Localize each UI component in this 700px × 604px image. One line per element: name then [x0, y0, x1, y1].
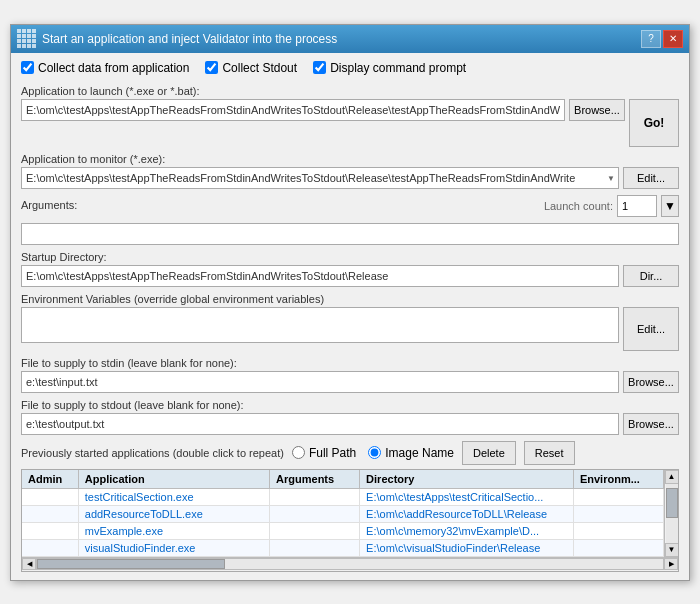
launch-input[interactable] [21, 99, 565, 121]
previously-label: Previously started applications (double … [21, 447, 284, 459]
table-row[interactable]: testCriticalSection.exe E:\om\c\testApps… [22, 488, 664, 505]
stdin-section: File to supply to stdin (leave blank for… [21, 357, 679, 393]
help-button[interactable]: ? [641, 30, 661, 48]
cell-admin [22, 522, 78, 539]
scroll-thumb[interactable] [666, 488, 678, 518]
cell-application: testCriticalSection.exe [78, 488, 269, 505]
arguments-input-container [21, 223, 679, 245]
table-scroll-area[interactable]: Admin Application Arguments Directory En… [22, 470, 664, 557]
arguments-right: Launch count: ▼ [544, 195, 679, 217]
cell-arguments [270, 488, 360, 505]
cell-application: visualStudioFinder.exe [78, 539, 269, 556]
reset-button[interactable]: Reset [524, 441, 575, 465]
table-header-row: Admin Application Arguments Directory En… [22, 470, 664, 489]
cell-admin [22, 539, 78, 556]
cell-application: addResourceToDLL.exe [78, 505, 269, 522]
startup-input[interactable] [21, 265, 619, 287]
display-command-input[interactable] [313, 61, 326, 74]
cell-admin [22, 488, 78, 505]
h-scroll-thumb[interactable] [37, 559, 225, 569]
arguments-row: Arguments: Launch count: ▼ [21, 195, 679, 217]
full-path-label: Full Path [309, 446, 356, 460]
collect-data-checkbox[interactable]: Collect data from application [21, 61, 189, 75]
image-name-label: Image Name [385, 446, 454, 460]
image-name-radio[interactable]: Image Name [368, 446, 454, 460]
applications-table: Admin Application Arguments Directory En… [22, 470, 664, 557]
cell-directory: E:\om\c\memory32\mvExample\D... [360, 522, 574, 539]
title-buttons: ? ✕ [641, 30, 683, 48]
previously-row: Previously started applications (double … [21, 441, 679, 465]
scroll-right-button[interactable]: ▶ [664, 558, 678, 570]
monitor-label: Application to monitor (*.exe): [21, 153, 679, 165]
env-edit-button[interactable]: Edit... [623, 307, 679, 351]
display-command-checkbox[interactable]: Display command prompt [313, 61, 466, 75]
table-row[interactable]: mvExample.exe E:\om\c\memory32\mvExample… [22, 522, 664, 539]
close-button[interactable]: ✕ [663, 30, 683, 48]
startup-section: Startup Directory: Dir... [21, 251, 679, 287]
main-window: Start an application and inject Validato… [10, 24, 690, 581]
full-path-radio[interactable]: Full Path [292, 446, 356, 460]
collect-stdout-input[interactable] [205, 61, 218, 74]
full-path-radio-input[interactable] [292, 446, 305, 459]
path-radio-group: Full Path Image Name [292, 446, 454, 460]
scroll-down-button[interactable]: ▼ [665, 543, 679, 557]
collect-data-input[interactable] [21, 61, 34, 74]
collect-data-label: Collect data from application [38, 61, 189, 75]
cell-directory: E:\om\c\visualStudioFinder\Release [360, 539, 574, 556]
monitor-edit-button[interactable]: Edit... [623, 167, 679, 189]
h-scroll-track[interactable] [36, 558, 664, 570]
stdout-label: File to supply to stdout (leave blank fo… [21, 399, 679, 411]
scroll-left-button[interactable]: ◀ [22, 558, 36, 570]
arguments-left: Arguments: [21, 199, 536, 213]
window-title: Start an application and inject Validato… [42, 32, 337, 46]
title-bar: Start an application and inject Validato… [11, 25, 689, 53]
stdin-label: File to supply to stdin (leave blank for… [21, 357, 679, 369]
go-button[interactable]: Go! [629, 99, 679, 147]
collect-stdout-label: Collect Stdout [222, 61, 297, 75]
table-row[interactable]: visualStudioFinder.exe E:\om\c\visualStu… [22, 539, 664, 556]
table-container: Admin Application Arguments Directory En… [21, 469, 679, 572]
monitor-select-wrapper [21, 167, 619, 189]
stdout-browse-button[interactable]: Browse... [623, 413, 679, 435]
table-row[interactable]: addResourceToDLL.exe E:\om\c\addResource… [22, 505, 664, 522]
env-textarea[interactable] [21, 307, 619, 343]
startup-label: Startup Directory: [21, 251, 679, 263]
col-environment: Environm... [573, 470, 663, 489]
collect-stdout-checkbox[interactable]: Collect Stdout [205, 61, 297, 75]
cell-arguments [270, 522, 360, 539]
display-command-label: Display command prompt [330, 61, 466, 75]
cell-application: mvExample.exe [78, 522, 269, 539]
stdin-input[interactable] [21, 371, 619, 393]
arguments-input[interactable] [21, 223, 679, 245]
cell-environment [573, 505, 663, 522]
col-admin: Admin [22, 470, 78, 489]
cell-arguments [270, 539, 360, 556]
col-application: Application [78, 470, 269, 489]
scroll-up-button[interactable]: ▲ [665, 470, 679, 484]
cell-environment [573, 539, 663, 556]
content-area: Collect data from application Collect St… [11, 53, 689, 580]
scroll-track [666, 484, 678, 543]
vertical-scrollbar[interactable]: ▲ ▼ [664, 470, 678, 557]
startup-dir-button[interactable]: Dir... [623, 265, 679, 287]
launch-browse-button[interactable]: Browse... [569, 99, 625, 121]
table-body: testCriticalSection.exe E:\om\c\testApps… [22, 488, 664, 556]
stdout-input[interactable] [21, 413, 619, 435]
launch-count-input[interactable] [617, 195, 657, 217]
launch-label: Application to launch (*.exe or *.bat): [21, 85, 625, 97]
table-header: Admin Application Arguments Directory En… [22, 470, 664, 489]
launch-count-dropdown[interactable]: ▼ [661, 195, 679, 217]
launch-count-label: Launch count: [544, 200, 613, 212]
arguments-label: Arguments: [21, 199, 536, 211]
monitor-input[interactable] [21, 167, 619, 189]
cell-environment [573, 522, 663, 539]
cell-admin [22, 505, 78, 522]
horizontal-scrollbar-container: ◀ ▶ [22, 557, 678, 571]
image-name-radio-input[interactable] [368, 446, 381, 459]
delete-button[interactable]: Delete [462, 441, 516, 465]
app-icon [17, 29, 36, 48]
startup-row: Dir... [21, 265, 679, 287]
cell-environment [573, 488, 663, 505]
stdin-row: Browse... [21, 371, 679, 393]
stdin-browse-button[interactable]: Browse... [623, 371, 679, 393]
